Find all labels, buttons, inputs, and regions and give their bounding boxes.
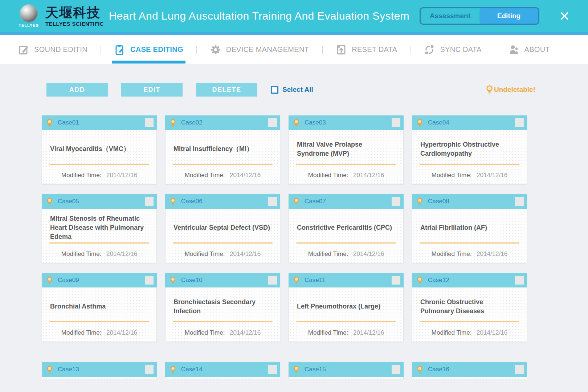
- case-checkbox[interactable]: [268, 276, 277, 285]
- card-divider: [420, 242, 519, 244]
- edit-button[interactable]: EDIT: [121, 83, 183, 97]
- case-card-body: Chronic Obstructive Pulmonary Diseases M…: [412, 287, 527, 342]
- modified-time-label: Modified Time:: [61, 172, 102, 179]
- case-card-header: Case15: [289, 362, 404, 377]
- logo-sphere: [20, 4, 38, 23]
- select-all[interactable]: Select All: [271, 86, 313, 94]
- nav-item-case-editing[interactable]: CASE EDITING: [114, 42, 183, 57]
- case-card-case14[interactable]: Case14 Modified Time:: [165, 362, 280, 379]
- case-card-body: Constrictive Pericarditis (CPC) Modified…: [289, 209, 404, 263]
- brand-name-en: TELLYES SCIENTIFIC: [45, 21, 104, 27]
- case-card-header: Case01: [42, 115, 157, 130]
- case-checkbox[interactable]: [145, 118, 154, 127]
- person-icon: [509, 44, 519, 55]
- case-checkbox[interactable]: [268, 365, 277, 374]
- case-checkbox[interactable]: [515, 197, 524, 206]
- case-card-body: Modified Time:: [289, 377, 404, 379]
- select-all-checkbox[interactable]: [271, 86, 278, 94]
- case-id-label: Case16: [428, 366, 510, 373]
- case-card-case08[interactable]: Case08 Atrial Fibrillation (AF) Modified…: [412, 194, 527, 263]
- modified-time: Modified Time: 2014/12/16: [173, 329, 273, 336]
- lightbulb-icon: [293, 119, 299, 127]
- case-card-header: Case11: [289, 273, 404, 287]
- undeletable-label: Undeletable!: [494, 86, 535, 94]
- nav-item-sound-editin[interactable]: SOUND EDITIN: [18, 42, 87, 57]
- case-card-case05[interactable]: Case05 Mitral Stenosis of Rheumatic Hear…: [42, 194, 157, 263]
- case-card-case07[interactable]: Case07 Constrictive Pericarditis (CPC) M…: [289, 194, 404, 263]
- card-divider: [420, 321, 519, 322]
- case-card-case09[interactable]: Case09 Bronchial Asthma Modified Time: 2…: [42, 273, 157, 342]
- case-title: Left Pneumothorax (Large): [296, 292, 396, 321]
- case-card-header: Case03: [289, 115, 404, 130]
- nav-item-about[interactable]: ABOUT: [509, 42, 550, 57]
- case-checkbox[interactable]: [392, 197, 400, 206]
- add-button[interactable]: ADD: [46, 83, 108, 97]
- case-card-case06[interactable]: Case06 Ventricular Septal Defect (VSD) M…: [165, 194, 280, 263]
- nav-item-sync-data[interactable]: SYNC DATA: [424, 42, 481, 57]
- case-card-header: Case04: [412, 115, 527, 130]
- close-button[interactable]: [558, 10, 571, 22]
- case-card-header: Case07: [289, 194, 404, 209]
- modified-time-label: Modified Time:: [185, 172, 225, 179]
- case-card-case11[interactable]: Case11 Left Pneumothorax (Large) Modifie…: [289, 273, 404, 342]
- case-card-case04[interactable]: Case04 Hypertrophic Obstructive Cardiomy…: [412, 115, 527, 184]
- case-card-body: Modified Time:: [165, 377, 280, 379]
- card-divider: [296, 242, 396, 244]
- case-card-case01[interactable]: Case01 Viral Myocarditis（VMC） Modified T…: [42, 115, 157, 184]
- app-header: TELLYES 天堰科技 TELLYES SCIENTIFIC Heart An…: [0, 0, 588, 32]
- case-title: Mitral Stenosis of Rheumatic Heart Disea…: [49, 213, 149, 242]
- case-card-case13[interactable]: Case13 Modified Time:: [42, 362, 157, 379]
- case-checkbox[interactable]: [145, 276, 154, 285]
- case-card-case03[interactable]: Case03 Mitral Valve Prolapse Syndrome (M…: [289, 115, 404, 184]
- case-title: Bronchial Asthma: [49, 292, 149, 321]
- pencil-square-icon: [18, 44, 29, 55]
- case-checkbox[interactable]: [268, 118, 277, 127]
- brand-block: 天堰科技 TELLYES SCIENTIFIC: [45, 5, 104, 27]
- case-card-grid-clipped: Case13 Modified Time: Case14: [42, 362, 527, 379]
- case-id-label: Case03: [305, 119, 387, 126]
- case-checkbox[interactable]: [268, 197, 277, 206]
- case-card-header: Case08: [412, 194, 527, 209]
- case-card-case16[interactable]: Case16 Modified Time:: [412, 362, 527, 379]
- assessment-mode-button[interactable]: Assessment: [421, 8, 479, 24]
- case-card-header: Case13: [42, 362, 157, 377]
- nav-item-label: SYNC DATA: [440, 45, 481, 54]
- case-checkbox[interactable]: [145, 197, 154, 206]
- select-all-label: Select All: [282, 86, 313, 94]
- nav-item-device-management[interactable]: DEVICE MANAGEMENT: [210, 42, 309, 57]
- delete-button[interactable]: DELETE: [196, 83, 257, 97]
- case-card-case15[interactable]: Case15 Modified Time:: [289, 362, 404, 379]
- modified-time: Modified Time: 2014/12/16: [49, 329, 149, 336]
- case-checkbox[interactable]: [392, 276, 400, 285]
- nav-separator: [411, 46, 411, 54]
- case-card-header: Case16: [412, 362, 527, 377]
- case-checkbox[interactable]: [392, 118, 400, 127]
- case-checkbox[interactable]: [515, 276, 524, 285]
- nav-separator: [322, 46, 323, 54]
- case-checkbox[interactable]: [515, 118, 524, 127]
- case-card-case12[interactable]: Case12 Chronic Obstructive Pulmonary Dis…: [412, 273, 527, 342]
- case-checkbox[interactable]: [145, 365, 154, 374]
- case-title: Atrial Fibrillation (AF): [420, 213, 519, 242]
- editing-mode-button[interactable]: Editing: [479, 8, 538, 24]
- case-card-case10[interactable]: Case10 Bronchiectasis Secondary Infectio…: [165, 273, 280, 342]
- card-divider: [173, 164, 273, 165]
- case-card-body: Mitral Valve Prolapse Syndrome (MVP) Mod…: [289, 130, 404, 184]
- case-card-body: Left Pneumothorax (Large) Modified Time:…: [289, 287, 404, 342]
- case-id-label: Case06: [181, 198, 263, 205]
- case-card-header: Case10: [165, 273, 280, 287]
- case-id-label: Case05: [58, 198, 140, 205]
- case-checkbox[interactable]: [515, 365, 524, 374]
- case-card-body: Modified Time:: [412, 377, 527, 379]
- nav-item-label: DEVICE MANAGEMENT: [226, 45, 309, 54]
- case-card-case02[interactable]: Case02 Mitral Insufficiency（MI） Modified…: [165, 115, 280, 184]
- case-id-label: Case13: [58, 366, 140, 373]
- nav-item-reset-data[interactable]: RESET DATA: [336, 42, 397, 57]
- case-title: Viral Myocarditis（VMC）: [49, 134, 149, 164]
- case-card-header: Case06: [165, 194, 280, 209]
- case-card-body: Atrial Fibrillation (AF) Modified Time: …: [412, 209, 527, 263]
- case-checkbox[interactable]: [392, 365, 400, 374]
- case-id-label: Case11: [305, 277, 387, 284]
- card-divider: [296, 321, 396, 322]
- modified-time-label: Modified Time:: [308, 329, 348, 336]
